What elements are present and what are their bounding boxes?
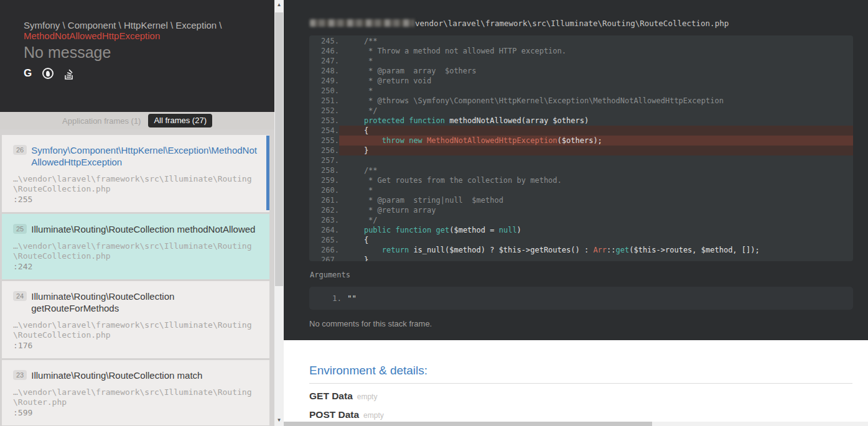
line-code: {	[339, 235, 853, 245]
code-line: 258. /**	[309, 165, 853, 175]
frame-file-path: …\vendor\laravel\framework\src\Illuminat…	[13, 320, 261, 340]
code-line: 253. protected function methodNotAllowed…	[309, 116, 853, 126]
arguments-label: Arguments	[310, 271, 350, 279]
line-code: /**	[339, 165, 853, 175]
env-data-row: GET Dataempty	[309, 391, 377, 402]
environment-details-heading: Environment & details:	[309, 364, 427, 377]
line-number: 252.	[309, 106, 339, 116]
frame-index-badge: 24	[13, 291, 27, 301]
line-number: 253.	[309, 116, 339, 126]
frame-title: Symfony\Component\HttpKernel\Exception\M…	[31, 144, 261, 168]
code-line: 264. public function get($method = null)	[309, 225, 853, 235]
code-line: 263. */	[309, 215, 853, 225]
env-data-row: POST Dataempty	[309, 409, 384, 420]
stackoverflow-icon[interactable]	[64, 68, 74, 80]
google-icon[interactable]: G	[24, 67, 32, 80]
code-line: 266. return is_null($method) ? $this->ge…	[309, 245, 853, 255]
code-line: 249. * @return void	[309, 76, 853, 86]
tab-application-frames[interactable]: Application frames (1)	[62, 116, 141, 126]
line-code	[339, 155, 853, 165]
no-comments-text: No comments for this stack frame.	[309, 319, 432, 328]
code-line: 259. * Get routes from the collection by…	[309, 175, 853, 185]
code-line: 245. /**	[309, 36, 853, 46]
frames-scrollbar-thumb[interactable]	[266, 136, 269, 210]
line-code: * @return void	[339, 76, 853, 86]
horizontal-scrollbar[interactable]	[284, 422, 868, 426]
line-number: 251.	[309, 96, 339, 106]
stack-frames-list: 26Symfony\Component\HttpKernel\Exception…	[0, 129, 274, 426]
line-number: 260.	[309, 185, 339, 195]
line-number: 258.	[309, 165, 339, 175]
code-line: 246. * Throw a method not allowed HTTP e…	[309, 46, 853, 56]
line-code: }	[339, 255, 853, 261]
line-number: 265.	[309, 235, 339, 245]
code-line: 257.	[309, 155, 853, 165]
line-code: *	[339, 56, 853, 66]
line-number: 261.	[309, 195, 339, 205]
search-icon-row: G COPY	[24, 67, 74, 80]
env-data-label: GET Data	[309, 391, 353, 401]
frame-title: Illuminate\Routing\RouteCollection getRo…	[31, 290, 261, 314]
line-code: * Get routes from the collection by meth…	[339, 175, 853, 185]
line-code: *	[339, 185, 853, 195]
horizontal-scrollbar-thumb[interactable]	[284, 422, 652, 426]
code-line: 262. * @return array	[309, 205, 853, 215]
line-number: 246.	[309, 46, 339, 56]
scroll-up-arrow-icon[interactable]: ▲	[274, 0, 284, 11]
line-number: 249.	[309, 76, 339, 86]
line-number: 255.	[309, 136, 339, 146]
line-number: 256.	[309, 146, 339, 155]
line-number: 257.	[309, 155, 339, 165]
open-file-path: vendor\laravel\framework\src\Illuminate\…	[310, 19, 729, 28]
line-number: 263.	[309, 215, 339, 225]
line-number: 250.	[309, 86, 339, 96]
arguments-box: 1. ""	[309, 287, 853, 310]
frame-line-number: :242	[13, 262, 261, 271]
stack-frame[interactable]: 23Illuminate\Routing\RouteCollection mat…	[2, 360, 269, 425]
code-line: 255. throw new MethodNotAllowedHttpExcep…	[309, 136, 853, 146]
line-code: return is_null($method) ? $this->getRout…	[339, 245, 853, 255]
tab-all-frames[interactable]: All frames (27)	[148, 114, 212, 127]
line-code: * @param string|null $method	[339, 195, 853, 205]
frame-title: Illuminate\Routing\RouteCollection metho…	[31, 223, 255, 235]
code-line: 256. }	[309, 146, 853, 155]
line-number: 266.	[309, 245, 339, 255]
code-viewer[interactable]: 245. /**246. * Throw a method not allowe…	[309, 35, 853, 261]
line-code: public function get($method = null)	[339, 225, 853, 235]
right-panel: vendor\laravel\framework\src\Illuminate\…	[284, 0, 868, 426]
stack-frame[interactable]: 24Illuminate\Routing\RouteCollection get…	[2, 281, 269, 358]
code-line: 260. *	[309, 185, 853, 195]
frame-index-badge: 23	[13, 370, 27, 380]
line-code: }	[339, 146, 853, 155]
code-line: 251. * @throws \Symfony\Component\HttpKe…	[309, 96, 853, 106]
stack-frame[interactable]: 26Symfony\Component\HttpKernel\Exception…	[2, 135, 269, 212]
vertical-scrollbar-thumb[interactable]	[275, 12, 283, 286]
frames-tab-bar: Application frames (1) All frames (27)	[0, 112, 274, 129]
stack-frame[interactable]: 25Illuminate\Routing\RouteCollection met…	[2, 214, 269, 279]
frame-index-badge: 25	[13, 224, 27, 234]
exception-class-name: MethodNotAllowedHttpException	[24, 30, 254, 41]
line-code: * @throws \Symfony\Component\HttpKernel\…	[339, 96, 853, 106]
code-line: 252. */	[309, 106, 853, 116]
line-number: 248.	[309, 66, 339, 76]
line-code: * Throw a method not allowed HTTP except…	[339, 46, 853, 56]
env-data-value: empty	[363, 411, 384, 420]
frame-file-path: …\vendor\laravel\framework\src\Illuminat…	[13, 174, 261, 194]
duckduckgo-icon[interactable]	[42, 68, 54, 79]
line-code: /**	[339, 36, 853, 46]
line-code: * @return array	[339, 205, 853, 215]
redacted-path-segment	[310, 19, 414, 27]
frame-file-path: …\vendor\laravel\framework\src\Illuminat…	[13, 387, 261, 407]
vertical-scrollbar[interactable]: ▲ ▼	[274, 0, 284, 426]
line-number: 254.	[309, 126, 339, 136]
code-line: 265. {	[309, 235, 853, 245]
frame-title: Illuminate\Routing\RouteCollection match	[31, 369, 202, 381]
line-number: 245.	[309, 36, 339, 46]
line-code: throw new MethodNotAllowedHttpException(…	[339, 136, 853, 146]
code-line: 261. * @param string|null $method	[309, 195, 853, 205]
scroll-down-arrow-icon[interactable]: ▼	[274, 415, 284, 426]
frame-line-number: :599	[13, 408, 261, 417]
code-section: vendor\laravel\framework\src\Illuminate\…	[284, 0, 868, 340]
exception-header: Symfony \ Component \ HttpKernel \ Excep…	[0, 0, 274, 112]
argument-index: 1.	[332, 294, 342, 303]
